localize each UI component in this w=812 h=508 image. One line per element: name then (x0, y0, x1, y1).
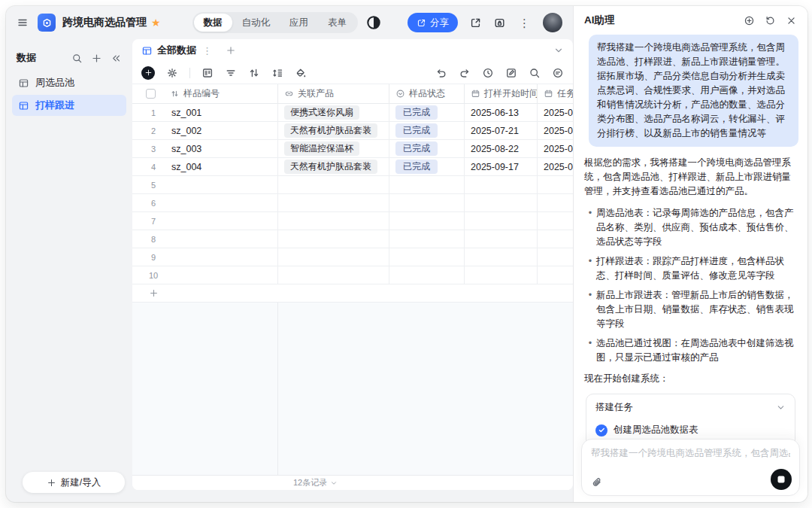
permissions-icon[interactable] (493, 17, 506, 29)
cell-sample-status[interactable]: 已完成 (389, 122, 465, 139)
cell-start-date[interactable]: 2025-06-13 (465, 104, 538, 121)
view-tab-all-data[interactable]: 全部数据 (141, 44, 196, 57)
cell-start-date[interactable]: 2025-09-17 (465, 158, 538, 175)
cell-task-date[interactable] (538, 248, 573, 266)
cell-start-date[interactable]: 2025-07-21 (465, 122, 538, 139)
cell-linked-product[interactable]: 天然有机护肤品套装 (278, 158, 389, 175)
cell-task-date[interactable] (538, 176, 573, 193)
add-record-button[interactable] (141, 66, 155, 80)
add-to-workspace-icon[interactable] (469, 17, 482, 29)
stop-generating-button[interactable] (771, 469, 792, 490)
cell-linked-product[interactable]: 便携式迷你风扇 (278, 104, 389, 121)
undo-icon[interactable] (435, 67, 447, 79)
cell-sample-status[interactable] (389, 176, 465, 193)
cell-linked-product[interactable] (278, 194, 389, 211)
tab-1[interactable]: 数据 (194, 14, 232, 32)
record-count[interactable]: 12条记录 (293, 477, 327, 488)
add-row-button[interactable] (132, 284, 573, 303)
cell-start-date[interactable] (465, 212, 538, 230)
cell-task-date[interactable]: 2025-0 (538, 122, 573, 139)
cell-sample-id[interactable]: 3sz_003 (132, 140, 278, 157)
cell-sample-id[interactable]: 5 (132, 176, 278, 193)
share-button[interactable]: 分享 (408, 13, 458, 32)
record-history-icon[interactable] (482, 67, 494, 79)
cell-task-date[interactable]: 2025-0 (538, 140, 573, 157)
cell-task-date[interactable] (538, 194, 573, 211)
cell-linked-product[interactable]: 天然有机护肤品套装 (278, 122, 389, 139)
cell-linked-product[interactable] (278, 266, 389, 284)
column-header-linked-product[interactable]: 关联产品 (278, 84, 389, 103)
cell-sample-status[interactable]: 已完成 (389, 140, 465, 157)
sidebar-add-table-icon[interactable] (91, 53, 102, 64)
favorite-star-icon[interactable]: ★ (151, 17, 161, 28)
cell-linked-product[interactable]: 智能温控保温杯 (278, 140, 389, 157)
cell-sample-status[interactable] (389, 230, 465, 248)
cell-linked-product[interactable] (278, 212, 389, 230)
close-panel-icon[interactable] (786, 15, 797, 26)
conversation-history-icon[interactable] (765, 15, 776, 26)
tab-2[interactable]: 自动化 (232, 14, 280, 32)
new-import-button[interactable]: 新建/导入 (23, 472, 125, 493)
cell-task-date[interactable]: 2025-0 (538, 104, 573, 121)
cell-sample-id[interactable]: 8 (132, 230, 278, 248)
cell-sample-id[interactable]: 6 (132, 194, 278, 211)
cell-sample-status[interactable] (389, 266, 465, 284)
cell-task-date[interactable]: 2025-0 (538, 158, 573, 175)
cell-sample-id[interactable]: 2sz_002 (132, 122, 278, 139)
user-avatar[interactable] (543, 13, 562, 32)
sidebar-item-1[interactable]: 周选品池 (12, 72, 126, 93)
cell-sample-id[interactable]: 1sz_001 (132, 104, 278, 121)
sort-icon[interactable] (248, 67, 260, 79)
cell-start-date[interactable] (465, 194, 538, 211)
cell-sample-status[interactable]: 已完成 (389, 158, 465, 175)
add-view-icon[interactable] (226, 45, 236, 56)
view-settings-icon[interactable] (166, 67, 178, 79)
column-header-sample-status[interactable]: 样品状态 (389, 84, 465, 103)
cell-start-date[interactable]: 2025-08-22 (465, 140, 538, 157)
row-number: 3 (144, 144, 162, 154)
select-all-checkbox[interactable] (146, 89, 156, 99)
cell-task-date[interactable] (538, 230, 573, 248)
cell-sample-status[interactable] (389, 194, 465, 211)
cell-start-date[interactable] (465, 248, 538, 266)
viewbar-chevron-icon[interactable] (553, 45, 564, 56)
view-options-icon[interactable]: ⋮ (202, 45, 212, 56)
cell-start-date[interactable] (465, 230, 538, 248)
tab-3[interactable]: 应用 (280, 14, 318, 32)
sidebar-collapse-icon[interactable] (111, 53, 122, 64)
cell-task-date[interactable] (538, 266, 573, 284)
column-header-sample-id[interactable]: 样品编号 (132, 84, 278, 103)
cell-sample-status[interactable] (389, 248, 465, 266)
row-height-icon[interactable] (271, 67, 283, 79)
more-menu-icon[interactable]: ⋮ (517, 17, 532, 29)
sidebar-item-2[interactable]: 打样跟进 (12, 95, 126, 116)
cell-start-date[interactable] (465, 266, 538, 284)
cell-linked-product[interactable] (278, 176, 389, 193)
form-edit-icon[interactable] (505, 67, 517, 79)
message-composer[interactable]: 帮我搭建一个跨境电商选品管理系统，包含周选品... (581, 439, 800, 496)
task-card-header[interactable]: 搭建任务 (595, 401, 786, 414)
table-search-icon[interactable] (529, 67, 541, 79)
redo-icon[interactable] (459, 67, 471, 79)
new-conversation-icon[interactable] (744, 15, 755, 26)
cell-task-date[interactable] (538, 212, 573, 230)
column-header-task-date[interactable]: 任务 (538, 84, 573, 103)
cell-sample-id[interactable]: 4sz_004 (132, 158, 278, 175)
field-config-icon[interactable] (201, 67, 214, 79)
column-header-start-date[interactable]: 打样开始时间 (465, 84, 538, 103)
cell-linked-product[interactable] (278, 248, 389, 266)
sidebar-search-icon[interactable] (71, 53, 83, 64)
cell-linked-product[interactable] (278, 230, 389, 248)
cell-start-date[interactable] (465, 176, 538, 193)
tab-4[interactable]: 表单 (318, 14, 356, 32)
filter-icon[interactable] (225, 67, 237, 79)
cell-sample-id[interactable]: 10 (132, 266, 278, 284)
cell-sample-status[interactable] (389, 212, 465, 230)
cell-sample-id[interactable]: 9 (132, 248, 278, 266)
comment-icon[interactable] (552, 67, 564, 79)
cell-sample-status[interactable]: 已完成 (389, 104, 465, 121)
paint-format-icon[interactable] (295, 67, 307, 79)
attachment-icon[interactable] (591, 476, 603, 488)
cell-sample-id[interactable]: 7 (132, 212, 278, 230)
hamburger-menu-icon[interactable] (17, 17, 29, 29)
